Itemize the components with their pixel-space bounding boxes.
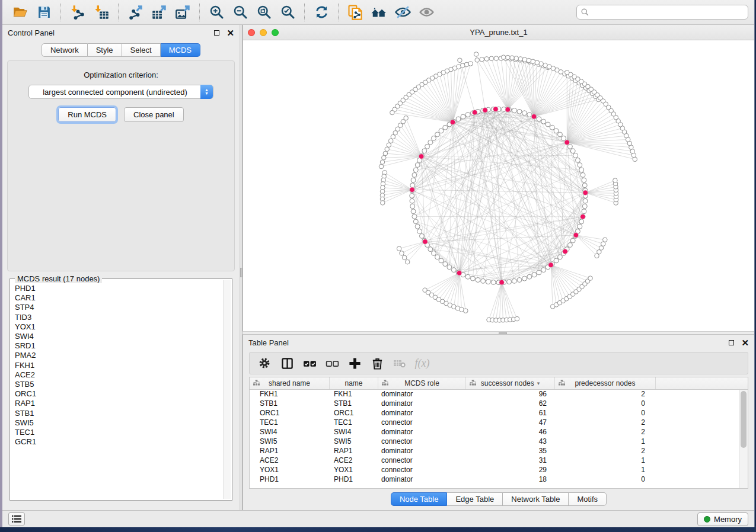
mcds-node-item[interactable]: FKH1 <box>15 361 222 370</box>
table-row[interactable]: SWI5SWI5connector431 <box>250 437 739 447</box>
first-neighbors-icon[interactable] <box>367 2 391 23</box>
table-cell: YOX1 <box>250 466 330 475</box>
close-icon[interactable]: ✕ <box>227 30 234 36</box>
table-tabs: Node TableEdge TableNetwork TableMotifs <box>243 489 754 510</box>
mcds-node-item[interactable]: ACE2 <box>15 370 222 380</box>
clone-network-icon[interactable] <box>343 2 367 23</box>
tab-select[interactable]: Select <box>122 43 161 57</box>
mcds-list-scrollbar[interactable] <box>223 280 231 499</box>
deselect-all-icon[interactable] <box>322 354 342 372</box>
vertical-splitter[interactable] <box>240 25 243 510</box>
float-icon[interactable] <box>214 30 219 36</box>
mcds-node-item[interactable]: PMA2 <box>15 351 222 360</box>
mcds-node-item[interactable]: STB5 <box>15 380 222 389</box>
zoom-out-icon[interactable] <box>228 2 252 23</box>
table-panel-header: Table Panel ✕ <box>243 335 754 351</box>
export-table-icon[interactable] <box>147 2 171 23</box>
table-row[interactable]: SWI4SWI4dominator462 <box>250 428 739 437</box>
mcds-node-item[interactable]: TEC1 <box>15 428 222 437</box>
open-session-icon[interactable] <box>8 2 32 23</box>
table-row[interactable]: TEC1TEC1connector472 <box>250 418 739 428</box>
task-history-button[interactable] <box>8 512 25 525</box>
add-icon[interactable] <box>344 354 365 372</box>
table-cell: 61 <box>466 409 555 418</box>
mcds-node-item[interactable]: RAP1 <box>15 399 222 408</box>
tab-network-table[interactable]: Network Table <box>503 492 569 506</box>
mcds-node-item[interactable]: STP4 <box>15 303 222 312</box>
mcds-node-item[interactable]: ORC1 <box>15 389 222 399</box>
import-network-icon[interactable] <box>66 2 90 23</box>
table-cell: dominator <box>378 390 466 399</box>
zoom-in-icon[interactable] <box>205 2 228 23</box>
control-panel-tabs: NetworkStyleSelectMCDS <box>2 41 240 60</box>
mcds-node-item[interactable]: SWI4 <box>15 332 222 341</box>
network-canvas[interactable] <box>243 40 754 331</box>
search-input[interactable] <box>576 5 748 20</box>
mcds-node-item[interactable]: PHD1 <box>15 284 222 293</box>
table-row[interactable]: YOX1YOX1connector291 <box>250 466 739 475</box>
table-cell: dominator <box>378 409 466 418</box>
control-panel-header: Control Panel ✕ <box>2 25 240 41</box>
float-icon[interactable] <box>729 340 734 345</box>
table-cell: dominator <box>378 475 466 485</box>
close-icon[interactable]: ✕ <box>741 340 749 345</box>
select-stepper-icon: ▲▼ <box>200 85 213 99</box>
table-cell: RAP1 <box>330 447 378 456</box>
tab-network[interactable]: Network <box>42 43 88 57</box>
mcds-result-group: MCDS result (17 nodes) PHD1CAR1STP4TID3Y… <box>9 278 232 501</box>
delete-icon[interactable] <box>367 354 387 372</box>
memory-button[interactable]: Memory <box>697 512 748 526</box>
save-session-icon[interactable] <box>32 2 56 23</box>
table-row[interactable]: PHD1PHD1dominator180 <box>250 475 739 485</box>
search-icon <box>580 8 589 17</box>
run-mcds-button[interactable]: Run MCDS <box>58 107 116 122</box>
mcds-node-item[interactable]: CAR1 <box>15 293 222 303</box>
mcds-node-item[interactable]: STB1 <box>15 409 222 418</box>
table-row[interactable]: RAP1RAP1dominator352 <box>250 447 739 456</box>
column-header-shared-name[interactable]: shared name <box>250 377 330 389</box>
scrollbar-thumb[interactable] <box>741 391 747 448</box>
mcds-node-item[interactable]: SWI5 <box>15 418 222 428</box>
mcds-node-item[interactable]: SRD1 <box>15 341 222 351</box>
zoom-fit-icon[interactable] <box>252 2 276 23</box>
column-header-successor-nodes[interactable]: successor nodes▾ <box>466 377 555 389</box>
column-header-MCDS-role[interactable]: MCDS role <box>378 377 466 389</box>
select-all-icon[interactable] <box>299 354 320 372</box>
mcds-result-list[interactable]: PHD1CAR1STP4TID3YOX1SWI4SRD1PMA2FKH1ACE2… <box>11 281 222 499</box>
column-header-predecessor-nodes[interactable]: predecessor nodes <box>555 377 656 389</box>
horizontal-splitter[interactable] <box>243 331 754 335</box>
toolbar-separator <box>199 4 200 21</box>
import-table-icon[interactable] <box>90 2 113 23</box>
show-all-icon[interactable] <box>414 2 438 23</box>
tab-mcds[interactable]: MCDS <box>161 43 200 57</box>
export-network-icon[interactable] <box>123 2 147 23</box>
mcds-node-item[interactable]: GCR1 <box>15 437 222 447</box>
export-image-icon[interactable] <box>171 2 194 23</box>
splitter-grip[interactable] <box>240 268 243 277</box>
column-header-name[interactable]: name <box>330 377 378 389</box>
table-scrollbar[interactable] <box>739 390 748 488</box>
table-toolbar: f(x) <box>249 352 748 374</box>
tab-style[interactable]: Style <box>88 43 122 57</box>
mcds-node-item[interactable]: YOX1 <box>15 322 222 332</box>
tab-node-table[interactable]: Node Table <box>391 492 448 506</box>
network-graph[interactable] <box>243 40 754 331</box>
network-window-titlebar[interactable]: YPA_prune.txt_1 <box>243 25 754 40</box>
split-columns-icon[interactable] <box>277 354 297 372</box>
table-cell: SWI5 <box>250 437 330 447</box>
table-row[interactable]: ORC1ORC1dominator610 <box>250 409 739 418</box>
close-panel-button[interactable]: Close panel <box>124 107 184 122</box>
table-row[interactable]: FKH1FKH1dominator962 <box>250 390 739 399</box>
tab-motifs[interactable]: Motifs <box>569 492 607 506</box>
criterion-select[interactable]: largest connected component (undirected)… <box>28 85 213 99</box>
splitter-grip[interactable] <box>499 332 507 334</box>
main-toolbar <box>2 0 754 25</box>
table-row[interactable]: ACE2ACE2connector311 <box>250 456 739 466</box>
hide-selected-icon[interactable] <box>391 2 414 23</box>
mcds-node-item[interactable]: TID3 <box>15 313 222 322</box>
tab-edge-table[interactable]: Edge Table <box>447 492 503 506</box>
table-row[interactable]: STB1STB1dominator620 <box>250 399 739 409</box>
refresh-icon[interactable] <box>310 2 333 23</box>
zoom-selected-icon[interactable] <box>276 2 299 23</box>
gear-icon[interactable] <box>254 354 275 372</box>
